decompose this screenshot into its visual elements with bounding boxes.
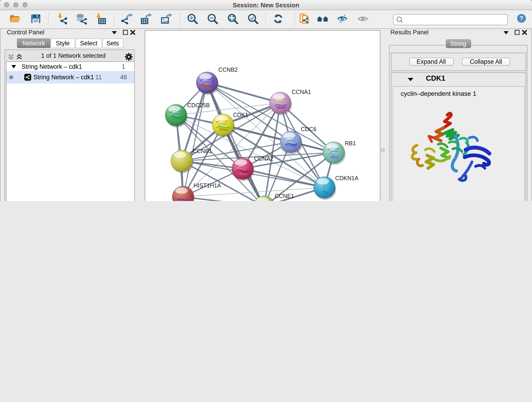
svg-text:CDC6: CDC6 xyxy=(301,126,316,132)
svg-text:RB1: RB1 xyxy=(345,140,356,147)
svg-text:CCNE1: CCNE1 xyxy=(274,193,294,199)
svg-text:CDKN1A: CDKN1A xyxy=(335,175,358,181)
svg-text:CDC25B: CDC25B xyxy=(187,102,210,108)
svg-text:CCNA2: CCNA2 xyxy=(254,155,273,162)
svg-text:CDK1: CDK1 xyxy=(233,112,248,118)
svg-text:CCNA1: CCNA1 xyxy=(291,89,311,95)
svg-text:HIST1H1A: HIST1H1A xyxy=(193,182,221,189)
svg-text:?: ? xyxy=(519,15,523,22)
svg-text:CCNB2: CCNB2 xyxy=(218,66,238,73)
svg-text:CCNB1: CCNB1 xyxy=(192,148,212,154)
